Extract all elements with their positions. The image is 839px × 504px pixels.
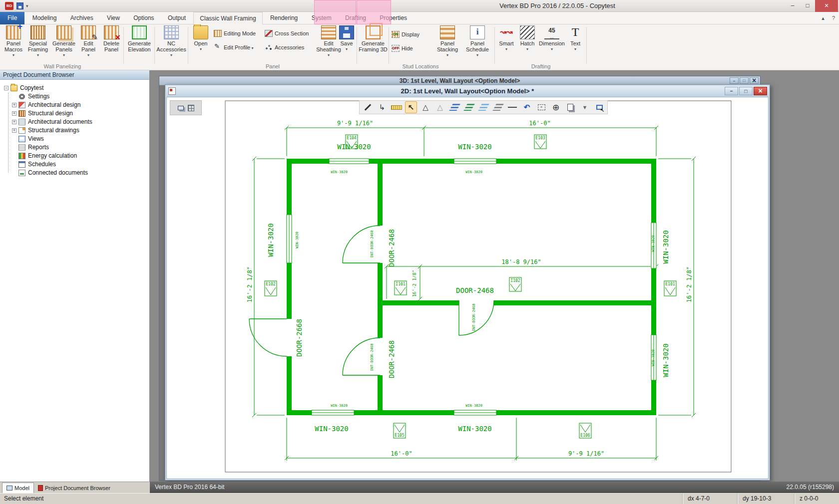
snap-triangle-icon[interactable] [420,101,431,113]
select-area-icon[interactable] [593,101,605,113]
smart-button[interactable]: Smart [496,25,516,62]
dimension-button[interactable]: Dimension [538,25,565,62]
text-button[interactable]: Text [566,25,584,62]
tree-item-architectural-documents[interactable]: Architectural documents [0,118,149,126]
app-icon[interactable]: BD [5,2,13,10]
layers-green-icon[interactable] [463,101,475,113]
window-2d-titlebar[interactable]: 2D: 1st Level, Wall Layout<Option Model>… [166,86,769,97]
coordinate-dy: dy 19-10-3 [737,494,793,504]
label-win-bottom-left: WIN-3020 [315,425,348,433]
special-framing-button[interactable]: Special Framing [26,25,50,62]
nc-accessories-button[interactable]: NC Accessories [157,25,185,62]
small-win-label: WIN-3020 [651,235,655,252]
close-button[interactable] [815,0,838,12]
panel-stacking-button[interactable]: Panel Stacking [433,25,461,62]
undo-icon[interactable] [521,101,533,113]
tree-item-views[interactable]: Views [0,135,149,143]
move-tool-icon[interactable] [376,101,388,113]
collapse-icon[interactable] [4,86,8,90]
minimize-button[interactable] [730,77,739,84]
delete-panel-button[interactable]: Delete Panel [100,25,123,62]
window-2d[interactable]: 2D: 1st Level, Wall Layout<Option Model>… [165,84,770,481]
quick-access-dropdown-icon[interactable] [26,2,28,10]
collapse-ribbon-icon[interactable] [822,15,825,21]
hint-statusbar: Select element dx 4-7-0 dy 19-10-3 z 0-0… [0,493,839,504]
ribbon-separator [389,27,389,64]
tree-item-schedules[interactable]: Schedules [0,160,149,168]
help-icon[interactable] [832,15,835,21]
zoom-in-icon[interactable] [550,101,562,113]
editing-mode-label: Editing Mode [224,30,256,36]
tab-output[interactable]: Output [162,12,192,24]
open-button[interactable]: Open [190,25,212,62]
minimize-button[interactable] [725,87,738,95]
measure-tool-icon[interactable] [391,101,403,113]
tab-archives[interactable]: Archives [64,12,99,24]
edit-panel-button[interactable]: Edit Panel [78,25,99,62]
tree-item-connected-documents[interactable]: Connected documents [0,169,149,177]
drawing-area[interactable]: + [166,97,769,479]
tree-item-copytest[interactable]: Copytest [0,84,149,92]
maximize-button[interactable] [800,0,815,12]
hide-button[interactable]: Hide [392,42,431,54]
expand-icon[interactable] [12,120,16,124]
tag-i101: I101 [396,282,405,286]
display-button[interactable]: Display [392,28,431,40]
tab-classic-wall-framing[interactable]: Classic Wall Framing [193,12,262,24]
hatch-button[interactable]: Hatch [517,25,537,62]
tree-item-structural-design[interactable]: Structural design [0,109,149,117]
minimize-button[interactable] [785,0,800,12]
dim-top-left: 9'-9 1/16" [337,120,373,127]
select-tool-icon[interactable] [405,101,417,113]
pick-tool-icon[interactable] [362,101,374,113]
copy-icon[interactable] [564,101,576,113]
close-button[interactable] [750,77,759,84]
tree-item-architectural-design[interactable]: Architectural design [0,101,149,109]
grid-view-icon[interactable] [188,105,194,111]
edit-profile-button[interactable]: Edit Profile [214,41,264,53]
save-button[interactable]: Save [338,25,356,62]
tab-modeling[interactable]: Modeling [26,12,63,24]
tab-rendering[interactable]: Rendering [264,12,304,24]
group-panel: Open Editing Mode Edit Profile Cross Sec… [190,24,356,70]
titlebar[interactable]: BD Vertex BD Pro 2016 / 22.0.05 - Copyte… [0,0,839,12]
layers-blue-icon[interactable] [448,101,460,113]
panel-macros-button[interactable]: Panel Macros [2,25,25,62]
tree-item-reports[interactable]: Reports [0,143,149,151]
zoom-window-icon[interactable]: + [535,101,547,113]
tree-item-structural-drawings[interactable]: Structural drawings [0,126,149,134]
group-nc-accessories: NC Accessories [156,24,187,70]
cross-section-button[interactable]: Cross Section [265,27,315,39]
tree-item-label: Energy calculation [28,152,77,159]
expand-icon[interactable] [12,111,16,116]
panel-schedule-button[interactable]: Panel Schedule [463,25,491,62]
floor-plan-canvas[interactable]: E104 E103 E102 I101 I102 E101 E105 E106 … [167,97,769,479]
maximize-button[interactable] [739,87,753,95]
expand-icon[interactable] [12,128,16,133]
maximize-button[interactable] [740,77,749,84]
line-tool-icon[interactable] [506,101,518,113]
generate-panels-button[interactable]: Generate Panels [51,25,77,62]
layers-gray-icon[interactable] [492,101,504,113]
tab-project-document-browser[interactable]: Project Document Browser [34,483,114,493]
quick-save-icon[interactable] [16,2,23,9]
filter-icon[interactable] [579,101,591,113]
tree-item-energy-calculation[interactable]: Energy calculation [0,152,149,160]
tile-windows-icon[interactable] [178,106,184,110]
layers-light-icon[interactable] [477,101,489,113]
editing-mode-button[interactable]: Editing Mode [214,27,264,39]
tab-view[interactable]: View [101,12,126,24]
generate-elevation-button[interactable]: Generate Elevation [125,25,153,62]
expand-icon[interactable] [12,103,16,107]
panel-stacking-label: Panel Stacking [437,40,458,52]
generate-framing-3d-button[interactable]: Generate Framing 3D [359,25,388,62]
tree-item-settings[interactable]: Settings [0,92,149,100]
snap-triangle-dashed-icon[interactable] [434,101,446,113]
generate-panels-icon [56,25,71,39]
close-button[interactable] [754,87,767,95]
tab-model[interactable]: Model [2,483,34,493]
tab-options[interactable]: Options [127,12,160,24]
accessories-button[interactable]: Accessories [265,41,315,53]
generate-elevation-label: Generate Elevation [128,40,151,52]
panel-schedule-icon [470,25,485,39]
